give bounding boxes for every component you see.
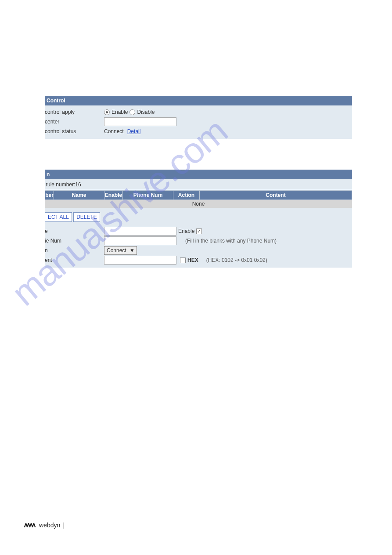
logo-brand: webdyn — [39, 522, 60, 529]
form-phone-input[interactable] — [104, 236, 176, 245]
col-enable: Enable — [104, 191, 123, 200]
col-phone: Phone Num — [123, 191, 173, 200]
control-panel-header: Control — [45, 96, 352, 105]
chevron-down-icon: ▼ — [129, 247, 135, 254]
center-label: center — [45, 119, 104, 125]
disable-radio-label: Disable — [137, 109, 155, 115]
control-apply-label: control apply — [45, 109, 104, 115]
control-panel: Control control apply Enable Disable cen… — [45, 96, 352, 139]
form-action-label: n — [45, 247, 104, 254]
form-name-input[interactable] — [104, 227, 176, 236]
enable-radio[interactable] — [104, 109, 110, 115]
watermark-text: manualshive.com — [4, 107, 365, 464]
form-phone-label: ie Num — [45, 238, 104, 244]
rules-panel-header: n — [45, 170, 352, 179]
col-number: ber — [45, 191, 54, 200]
control-panel-body: control apply Enable Disable center cont… — [45, 105, 352, 139]
footer-divider: | — [63, 522, 65, 529]
detail-link[interactable]: Detail — [127, 128, 141, 134]
status-value: Connect — [104, 128, 124, 134]
col-name: Name — [54, 191, 104, 200]
disable-radio[interactable] — [129, 109, 135, 115]
rules-table: ber Name Enable Phone Num Action Content — [45, 190, 352, 200]
hex-label: HEX — [187, 257, 198, 263]
status-label: control status — [45, 128, 104, 134]
footer-logo: webdyn | — [24, 522, 65, 529]
center-input[interactable] — [104, 117, 176, 126]
form-content-input[interactable] — [104, 256, 176, 265]
select-all-button[interactable]: ECT ALL — [45, 212, 72, 222]
form-enable-label: Enable — [178, 228, 194, 234]
form-content-label: ent — [45, 257, 104, 263]
rules-panel: n rule number:16 ber Name Enable Phone N… — [45, 170, 352, 268]
form-name-label: e — [45, 228, 104, 234]
form-phone-hint: (Fill in the blanks with any Phone Num) — [185, 238, 277, 244]
col-content: Content — [200, 191, 352, 200]
hex-hint: (HEX: 0102 -> 0x01 0x02) — [206, 257, 267, 263]
delete-button[interactable]: DELETE — [73, 212, 100, 222]
rule-form: e Enable ie Num (Fill in the blanks with… — [45, 226, 352, 268]
table-empty-row: None — [45, 200, 352, 208]
enable-radio-label: Enable — [111, 109, 128, 115]
logo-icon — [24, 522, 36, 528]
form-action-select[interactable]: Connect ▼ — [104, 246, 137, 255]
form-enable-checkbox[interactable] — [196, 229, 202, 234]
col-action: Action — [173, 191, 200, 200]
rule-count-row: rule number:16 — [45, 179, 352, 190]
button-bar: ECT ALL DELETE — [45, 208, 352, 226]
hex-checkbox[interactable] — [180, 258, 186, 263]
form-action-value: Connect — [107, 247, 126, 254]
